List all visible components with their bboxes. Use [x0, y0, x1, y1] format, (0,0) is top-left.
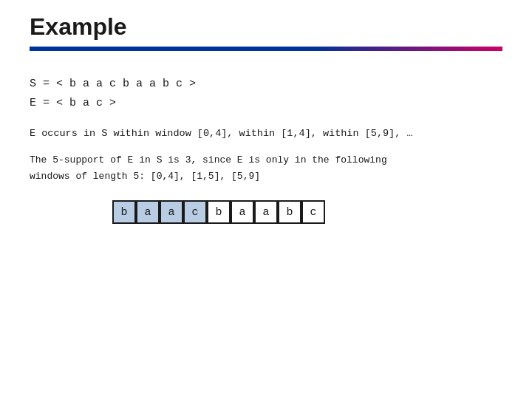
- slide: Example S = < b a a c b a a b c > E = < …: [0, 0, 532, 399]
- page-title: Example: [30, 13, 502, 41]
- seq-cell-b2: b: [207, 200, 231, 224]
- seq-cell-a1: a: [136, 200, 160, 224]
- seq-cell-a3: a: [231, 200, 254, 224]
- sequence-visual: b a a c b a a b c: [89, 200, 502, 224]
- code-line-2: E = < b a c >: [30, 94, 502, 113]
- seq-cell-a4: a: [254, 200, 278, 224]
- seq-cell-c: c: [183, 200, 207, 224]
- support-text: The 5-support of E in S is 3, since E is…: [30, 152, 502, 184]
- description-text: E occurs in S within window [0,4], withi…: [30, 126, 502, 142]
- support-line-1: The 5-support of E in S is 3, since E is…: [30, 152, 502, 168]
- seq-cell-b: b: [112, 200, 136, 224]
- code-line-1: S = < b a a c b a a b c >: [30, 75, 502, 94]
- seq-cell-b3: b: [278, 200, 301, 224]
- content-area: S = < b a a c b a a b c > E = < b a c > …: [0, 58, 532, 239]
- support-line-2: windows of length 5: [0,4], [1,5], [5,9]: [30, 168, 502, 184]
- code-block: S = < b a a c b a a b c > E = < b a c >: [30, 75, 502, 112]
- seq-empty-1: [89, 200, 112, 224]
- seq-cell-a2: a: [160, 200, 183, 224]
- divider-bar: [30, 47, 502, 51]
- seq-cell-c2: c: [301, 200, 325, 224]
- header: Example: [0, 0, 532, 58]
